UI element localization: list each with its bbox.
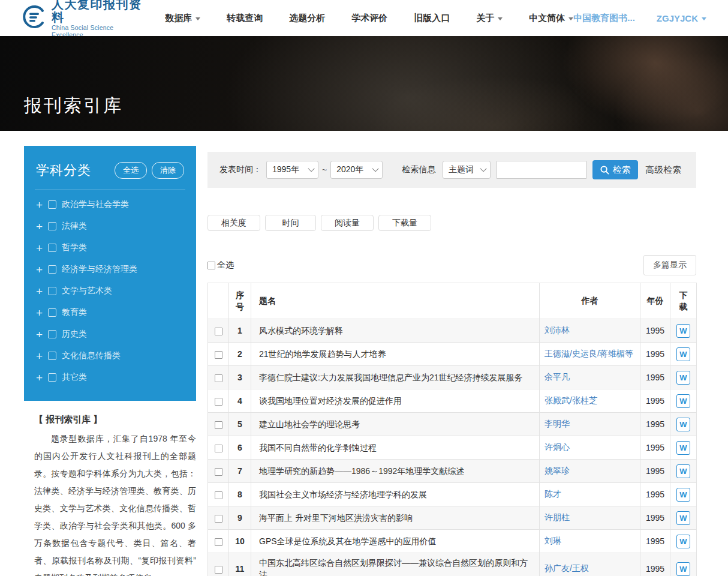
article-title-link[interactable]: 谈我国地理位置对经济发展的促进作用 <box>251 389 540 413</box>
expand-plus-icon[interactable]: + <box>36 372 43 383</box>
expand-plus-icon[interactable]: + <box>36 264 43 275</box>
download-w-button[interactable]: W <box>676 488 690 502</box>
download-w-button[interactable]: W <box>676 347 690 361</box>
author-link[interactable]: 刘沛林 <box>540 319 640 343</box>
nav-item-database[interactable]: 数据库 <box>165 13 200 24</box>
author-link[interactable]: 余平凡 <box>540 366 640 389</box>
article-title-link[interactable]: 我国不同自然带的化学剥蚀过程 <box>251 436 540 460</box>
category-item[interactable]: + 教育类 <box>36 302 184 323</box>
category-item[interactable]: + 政治学与社会学类 <box>36 194 184 215</box>
category-checkbox[interactable] <box>48 200 56 209</box>
category-checkbox[interactable] <box>48 244 56 252</box>
download-w-button[interactable]: W <box>676 371 690 385</box>
article-title-link[interactable]: 我国社会主义市场经济与经济地理学科的发展 <box>251 483 540 506</box>
account-menu[interactable]: ZGJYJCK <box>657 13 706 23</box>
row-checkbox[interactable] <box>215 398 222 406</box>
author-link[interactable]: 王德滋/史运良/蒋维楣等 <box>540 343 640 366</box>
category-checkbox[interactable] <box>48 308 56 317</box>
expand-plus-icon[interactable]: + <box>36 286 43 297</box>
search-field-select[interactable]: 主题词 <box>443 161 491 179</box>
category-item[interactable]: + 文化信息传播类 <box>36 345 184 367</box>
author-link[interactable]: 孙广友/王权 <box>540 553 640 576</box>
row-seq: 6 <box>229 436 251 460</box>
select-all-control[interactable]: 全选 <box>207 260 234 271</box>
download-w-button[interactable]: W <box>676 418 690 431</box>
row-checkbox[interactable] <box>215 491 222 499</box>
row-checkbox[interactable] <box>215 328 222 335</box>
search-button-label: 检索 <box>613 164 631 176</box>
nav-item-language[interactable]: 中文简体 <box>529 13 573 24</box>
article-title-link[interactable]: GPS全球是位系统及其在地学遥感中的应用价值 <box>251 530 540 553</box>
row-seq: 2 <box>229 343 251 366</box>
sort-button[interactable]: 阅读量 <box>321 215 374 231</box>
sort-button[interactable]: 下载量 <box>378 215 431 231</box>
category-item[interactable]: + 其它类 <box>36 367 184 388</box>
expand-plus-icon[interactable]: + <box>36 199 43 211</box>
search-button[interactable]: 检索 <box>592 160 638 179</box>
sort-button[interactable]: 相关度 <box>207 215 260 231</box>
multi-display-button[interactable]: 多篇显示 <box>643 255 696 275</box>
expand-plus-icon[interactable]: + <box>36 242 43 254</box>
row-checkbox[interactable] <box>215 374 222 382</box>
article-title-link[interactable]: 21世纪的地学发展趋势与人才培养 <box>251 343 540 366</box>
year-to-select[interactable]: 2020年 <box>330 161 383 179</box>
row-checkbox[interactable] <box>215 538 222 546</box>
download-w-button[interactable]: W <box>676 562 690 576</box>
author-link[interactable]: 刘琳 <box>540 530 640 553</box>
row-checkbox[interactable] <box>215 421 222 429</box>
download-w-button[interactable]: W <box>676 464 690 478</box>
year-from-select[interactable]: 1995年 <box>266 161 318 179</box>
author-link[interactable]: 张殿武/张桂芝 <box>540 389 640 413</box>
category-item[interactable]: + 经济学与经济管理类 <box>36 259 184 280</box>
nav-item-reprint-query[interactable]: 转载查询 <box>227 13 263 24</box>
author-link[interactable]: 许朋柱 <box>540 506 640 530</box>
category-checkbox[interactable] <box>48 222 56 230</box>
category-checkbox[interactable] <box>48 373 56 382</box>
download-w-button[interactable]: W <box>676 394 690 408</box>
article-title-link[interactable]: 中国东北高纬区综合自然区划界限探讨——兼议综合自然区划的原则和方法 <box>251 553 540 576</box>
article-title-link[interactable]: 海平面上 升对里下河地区洪涝灾害的影响 <box>251 506 540 530</box>
expand-plus-icon[interactable]: + <box>36 350 43 362</box>
author-link[interactable]: 陈才 <box>540 483 640 506</box>
select-all-checkbox[interactable] <box>207 262 215 269</box>
category-item[interactable]: + 文学与艺术类 <box>36 280 184 302</box>
nav-item-academic-evaluation[interactable]: 学术评价 <box>351 13 387 24</box>
nav-item-about[interactable]: 关于 <box>476 13 503 24</box>
expand-plus-icon[interactable]: + <box>36 307 43 319</box>
category-clear-button[interactable]: 清除 <box>152 162 184 179</box>
download-w-button[interactable]: W <box>676 511 690 525</box>
download-w-button[interactable]: W <box>676 441 690 455</box>
sort-button[interactable]: 时间 <box>265 215 316 231</box>
category-item[interactable]: + 法律类 <box>36 215 184 237</box>
category-item[interactable]: + 哲学类 <box>36 237 184 259</box>
download-w-button[interactable]: W <box>676 324 690 338</box>
row-checkbox[interactable] <box>215 468 222 476</box>
expand-plus-icon[interactable]: + <box>36 221 43 232</box>
author-link[interactable]: 李明华 <box>540 413 640 436</box>
category-checkbox[interactable] <box>48 330 56 338</box>
category-list: + 政治学与社会学类 + 法律类 + 哲学类 <box>36 194 184 388</box>
expand-plus-icon[interactable]: + <box>36 329 43 340</box>
row-checkbox[interactable] <box>215 566 222 574</box>
site-logo[interactable]: 人大复印报刊资料 China Social Science Excellence <box>22 0 146 38</box>
author-link[interactable]: 许炯心 <box>540 436 640 460</box>
library-link[interactable]: 中国教育图书... <box>573 13 635 24</box>
category-checkbox[interactable] <box>48 265 56 274</box>
advanced-search-link[interactable]: 高级检索 <box>645 164 681 176</box>
author-link[interactable]: 姚翠珍 <box>540 460 640 483</box>
category-select-all-button[interactable]: 全选 <box>115 162 147 179</box>
row-checkbox[interactable] <box>215 515 222 523</box>
row-checkbox[interactable] <box>215 445 222 452</box>
article-title-link[interactable]: 地理学研究的新趋势——1986～1992年地理学文献综述 <box>251 460 540 483</box>
category-checkbox[interactable] <box>48 287 56 295</box>
category-item[interactable]: + 历史类 <box>36 323 184 345</box>
row-checkbox[interactable] <box>215 351 222 359</box>
nav-item-old-version[interactable]: 旧版入口 <box>414 13 450 24</box>
article-title-link[interactable]: 李德仁院士建议:大力发展我国地理信息产业为21世纪经济持续发展服务 <box>251 366 540 389</box>
download-w-button[interactable]: W <box>676 535 690 548</box>
category-checkbox[interactable] <box>48 352 56 360</box>
search-input[interactable] <box>497 161 586 179</box>
article-title-link[interactable]: 建立山地社会学的理论思考 <box>251 413 540 436</box>
nav-item-topic-analysis[interactable]: 选题分析 <box>289 13 325 24</box>
article-title-link[interactable]: 风水模式的环境学解释 <box>251 319 540 343</box>
